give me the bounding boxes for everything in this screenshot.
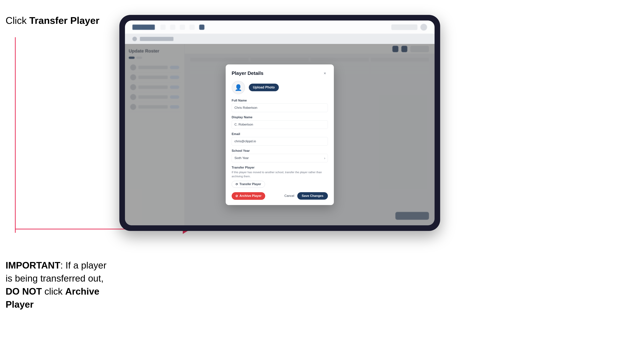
transfer-btn-label: Transfer Player — [240, 182, 261, 186]
instruction-important: IMPORTANT — [6, 260, 60, 271]
nav-items — [160, 24, 386, 30]
modal-overlay: Player Details × 👤 Upload Photo Full Nam… — [125, 44, 434, 225]
instruction-bottom: IMPORTANT: If a player is being transfer… — [6, 259, 114, 311]
header-right — [391, 24, 427, 30]
sub-header-icon — [132, 37, 137, 41]
upload-photo-button[interactable]: Upload Photo — [249, 84, 279, 91]
transfer-icon: ⟳ — [236, 182, 238, 186]
annotation-vertical-line — [15, 37, 16, 233]
header-btn — [391, 24, 418, 30]
transfer-section-description: If this player has moved to another scho… — [232, 170, 328, 178]
sub-header — [125, 34, 434, 44]
modal-footer: ⊘ Archive Player Cancel Save Changes — [232, 192, 328, 200]
archive-btn-label: Archive Player — [240, 194, 262, 198]
archive-icon: ⊘ — [235, 194, 238, 198]
modal-title: Player Details — [232, 70, 264, 76]
app-header — [125, 20, 434, 34]
save-changes-button[interactable]: Save Changes — [297, 192, 328, 200]
transfer-section: Transfer Player If this player has moved… — [232, 166, 328, 188]
archive-player-button[interactable]: ⊘ Archive Player — [232, 192, 265, 200]
transfer-section-title: Transfer Player — [232, 166, 328, 170]
school-year-select[interactable]: First Year Second Year Third Year Fourth… — [232, 154, 328, 162]
nav-item-dashboard — [160, 24, 166, 30]
email-input[interactable] — [232, 137, 328, 146]
display-name-input[interactable] — [232, 120, 328, 129]
nav-item-schedule — [180, 24, 185, 30]
modal-close-button[interactable]: × — [322, 70, 328, 76]
instruction-bold: Transfer Player — [29, 15, 100, 26]
email-group: Email — [232, 132, 328, 146]
full-name-group: Full Name — [232, 99, 328, 112]
app-logo — [132, 24, 155, 30]
display-name-label: Display Name — [232, 115, 328, 119]
user-icon: 👤 — [234, 84, 242, 91]
main-content: Update Roster — [125, 44, 434, 225]
modal-header: Player Details × — [232, 70, 328, 76]
sub-header-text — [140, 37, 174, 41]
display-name-group: Display Name — [232, 115, 328, 129]
school-year-select-wrapper: First Year Second Year Third Year Fourth… — [232, 154, 328, 162]
email-label: Email — [232, 132, 328, 136]
school-year-group: School Year First Year Second Year Third… — [232, 149, 328, 162]
photo-section: 👤 Upload Photo — [232, 81, 328, 94]
tablet-device: Update Roster — [119, 15, 440, 231]
instruction-top: Click Transfer Player — [6, 15, 100, 26]
avatar: 👤 — [232, 81, 245, 94]
transfer-player-button[interactable]: ⟳ Transfer Player — [232, 181, 265, 188]
school-year-label: School Year — [232, 149, 328, 153]
full-name-input[interactable] — [232, 104, 328, 112]
nav-item-teams — [170, 24, 175, 30]
cancel-button[interactable]: Cancel — [284, 194, 294, 198]
tablet-screen: Update Roster — [125, 20, 434, 225]
instruction-do-not: DO NOT — [6, 286, 42, 297]
full-name-label: Full Name — [232, 99, 328, 102]
player-details-modal: Player Details × 👤 Upload Photo Full Nam… — [226, 64, 334, 205]
header-avatar — [420, 24, 427, 30]
instruction-prefix: Click — [6, 15, 29, 26]
instruction-line2-rest: click — [42, 286, 65, 297]
nav-item-roster — [199, 24, 204, 30]
nav-item-video — [190, 24, 195, 30]
